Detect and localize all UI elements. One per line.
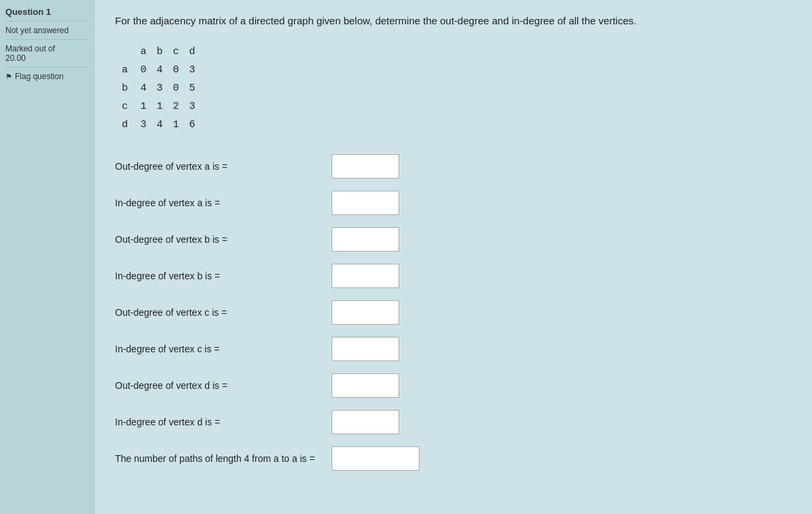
flag-question-button[interactable]: ⚑ Flag question xyxy=(5,72,89,81)
out-degree-b-label: Out-degree of vertex b is = xyxy=(115,234,332,245)
marked-out: Marked out of 20.00 xyxy=(5,44,89,68)
in-degree-d-label: In-degree of vertex d is = xyxy=(115,417,332,427)
adjacency-matrix: a b c d a 0 4 0 3 b 4 3 0 5 c 1 1 2 3 d xyxy=(122,43,792,134)
marked-out-value: 20.00 xyxy=(5,53,26,63)
out-degree-c-input[interactable] xyxy=(332,300,399,325)
matrix-row-d: d 3 4 1 6 xyxy=(122,116,792,134)
matrix-label-c: c xyxy=(122,97,135,116)
marked-out-label: Marked out of xyxy=(5,44,55,53)
question-text: For the adjacency matrix of a directed g… xyxy=(115,14,724,29)
out-degree-a-input[interactable] xyxy=(332,154,399,179)
out-degree-a-label: Out-degree of vertex a is = xyxy=(115,161,332,172)
matrix-header-c: c xyxy=(168,43,184,61)
paths-input[interactable] xyxy=(332,446,420,471)
flag-icon: ⚑ xyxy=(5,72,12,81)
out-degree-a-row: Out-degree of vertex a is = xyxy=(115,154,792,179)
matrix-header-b: b xyxy=(152,43,168,61)
question-number: Question 1 xyxy=(5,7,89,22)
out-degree-d-row: Out-degree of vertex d is = xyxy=(115,373,792,398)
matrix-header-d: d xyxy=(184,43,200,61)
in-degree-c-label: In-degree of vertex c is = xyxy=(115,344,332,354)
out-degree-d-label: Out-degree of vertex d is = xyxy=(115,380,332,391)
matrix-row-b: b 4 3 0 5 xyxy=(122,79,792,97)
paths-row: The number of paths of length 4 from a t… xyxy=(115,446,792,471)
matrix-header-a: a xyxy=(135,43,152,61)
in-degree-a-row: In-degree of vertex a is = xyxy=(115,191,792,215)
out-degree-b-row: Out-degree of vertex b is = xyxy=(115,227,792,252)
matrix-label-d: d xyxy=(122,116,135,134)
in-degree-a-input[interactable] xyxy=(332,191,399,215)
main-content: For the adjacency matrix of a directed g… xyxy=(95,0,812,514)
out-degree-c-label: Out-degree of vertex c is = xyxy=(115,307,332,318)
in-degree-b-label: In-degree of vertex b is = xyxy=(115,271,332,281)
in-degree-b-row: In-degree of vertex b is = xyxy=(115,264,792,288)
out-degree-c-row: Out-degree of vertex c is = xyxy=(115,300,792,325)
paths-label: The number of paths of length 4 from a t… xyxy=(115,453,332,464)
matrix-header-row: a b c d xyxy=(122,43,792,61)
matrix-row-c: c 1 1 2 3 xyxy=(122,97,792,116)
in-degree-c-input[interactable] xyxy=(332,337,399,361)
not-answered-status: Not yet answered xyxy=(5,26,89,40)
out-degree-b-input[interactable] xyxy=(332,227,399,252)
in-degree-d-row: In-degree of vertex d is = xyxy=(115,410,792,434)
sidebar: Question 1 Not yet answered Marked out o… xyxy=(0,0,95,514)
matrix-label-a: a xyxy=(122,61,135,79)
in-degree-c-row: In-degree of vertex c is = xyxy=(115,337,792,361)
in-degree-d-input[interactable] xyxy=(332,410,399,434)
in-degree-b-input[interactable] xyxy=(332,264,399,288)
matrix-row-a: a 0 4 0 3 xyxy=(122,61,792,79)
out-degree-d-input[interactable] xyxy=(332,373,399,398)
matrix-label-b: b xyxy=(122,79,135,97)
matrix-corner xyxy=(122,43,135,61)
flag-label: Flag question xyxy=(15,72,64,81)
in-degree-a-label: In-degree of vertex a is = xyxy=(115,197,332,208)
